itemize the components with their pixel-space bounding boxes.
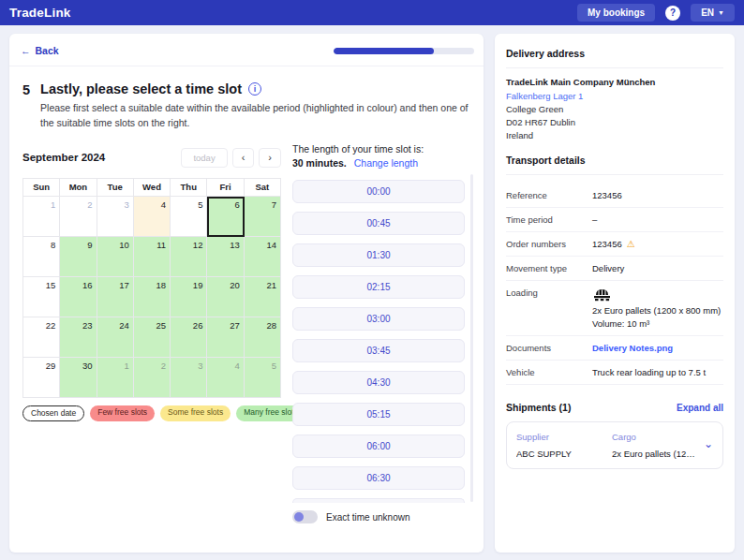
transport-row-value: Truck rear loading up to 7.5 t (592, 367, 706, 377)
help-icon[interactable]: ? (665, 6, 680, 21)
timeslot-button[interactable]: 00:45 (292, 212, 465, 235)
calendar-day[interactable]: 5 (171, 197, 207, 237)
delivery-address-title: Delivery address (506, 44, 723, 68)
shipment-supplier-header: Supplier (516, 432, 612, 442)
exact-time-label: Exact time unknown (326, 512, 410, 523)
calendar-day-number: 4 (161, 199, 166, 210)
legend-chip-some: Some free slots (160, 405, 231, 421)
transport-row: Time period– (506, 208, 723, 232)
transport-value-text: 123456 (592, 190, 622, 200)
calendar-day-number: 26 (193, 320, 203, 331)
calendar-day[interactable]: 19 (171, 277, 207, 317)
my-bookings-button[interactable]: My bookings (577, 4, 655, 22)
timeslot-list: 00:0000:4501:3002:1503:0003:4504:3005:15… (292, 180, 465, 503)
calendar-day-number: 8 (51, 240, 55, 250)
transport-row-value: Delivery Notes.png (592, 343, 673, 353)
transport-row-value: Delivery (592, 263, 624, 273)
calendar-day[interactable]: 8 (23, 237, 60, 277)
today-button[interactable]: today (181, 148, 227, 168)
timeslot-button[interactable]: 03:00 (292, 307, 465, 331)
calendar-day-number: 14 (266, 240, 276, 250)
calendar-day-number: 12 (193, 240, 203, 250)
calendar-weekday: Wed (134, 179, 171, 197)
calendar-day-number: 24 (119, 320, 129, 331)
calendar-weekday: Tue (97, 179, 134, 197)
calendar-day[interactable]: 28 (245, 317, 281, 358)
step-title: Lastly, please select a time slot (40, 81, 242, 96)
calendar-day[interactable]: 22 (23, 317, 60, 358)
slot-length-value: 30 minutes. (292, 157, 347, 169)
calendar-day: 1 (97, 358, 134, 398)
calendar-day-number: 25 (156, 320, 167, 331)
back-button[interactable]: ← Back (21, 45, 59, 56)
calendar-day-number: 1 (125, 361, 129, 371)
calendar-day[interactable]: 18 (134, 277, 171, 317)
calendar-day-number: 17 (119, 280, 129, 290)
step-description: Please first select a suitable date with… (40, 101, 471, 131)
calendar-day[interactable]: 21 (245, 277, 281, 317)
transport-row-value: 123456⚠ (592, 239, 635, 249)
calendar-day-number: 18 (156, 280, 167, 290)
calendar-day[interactable]: 13 (207, 237, 244, 277)
calendar-day[interactable]: 12 (171, 237, 207, 277)
calendar-day[interactable]: 20 (207, 277, 244, 317)
timeslot-button[interactable]: 04:30 (292, 371, 465, 394)
calendar-day[interactable]: 30 (60, 358, 97, 398)
calendar-day[interactable]: 9 (60, 237, 97, 277)
calendar-day[interactable]: 24 (97, 317, 134, 358)
calendar-day[interactable]: 14 (245, 237, 281, 277)
calendar-day-number: 27 (230, 320, 240, 331)
calendar-day[interactable]: 29 (23, 358, 60, 398)
timeslot-button[interactable]: 03:45 (292, 339, 465, 362)
calendar-day[interactable]: 16 (60, 277, 97, 317)
calendar-day[interactable]: 26 (171, 317, 207, 358)
language-selector[interactable]: EN ▼ (691, 4, 735, 22)
calendar-day[interactable]: 27 (207, 317, 244, 358)
exact-time-toggle[interactable] (292, 510, 318, 523)
expand-all-link[interactable]: Expand all (677, 403, 723, 413)
prev-month-button[interactable]: ‹ (232, 148, 255, 168)
timeslot-scrollbar[interactable] (470, 174, 473, 502)
calendar-day[interactable]: 6 (207, 197, 244, 237)
calendar-day[interactable]: 23 (60, 317, 97, 358)
calendar-day[interactable]: 25 (134, 317, 171, 358)
step-number: 5 (22, 81, 30, 131)
calendar-day[interactable]: 11 (134, 237, 171, 277)
info-icon[interactable]: i (248, 82, 261, 96)
calendar-day[interactable]: 17 (97, 277, 134, 317)
calendar-day[interactable]: 10 (97, 237, 134, 277)
calendar-day-number: 29 (46, 361, 56, 371)
calendar-day[interactable]: 7 (245, 197, 281, 237)
timeslot-button[interactable]: 05:15 (292, 403, 465, 426)
calendar-day: 5 (245, 358, 281, 398)
transport-row: VehicleTruck rear loading up to 7.5 t (506, 361, 723, 385)
timeslot-section: The length of your time slot is: 30 minu… (292, 142, 474, 524)
calendar-day-number: 28 (266, 320, 276, 331)
timeslot-button[interactable]: 01:30 (292, 243, 465, 267)
calendar-day-number: 20 (230, 280, 240, 290)
document-link[interactable]: Delivery Notes.png (592, 343, 673, 353)
transport-value-text: 123456 (592, 239, 622, 249)
change-length-link[interactable]: Change length (354, 157, 418, 169)
next-month-button[interactable]: › (259, 148, 281, 168)
calendar-day[interactable]: 15 (23, 277, 60, 317)
calendar-day-number: 21 (266, 280, 276, 290)
calendar-day-number: 3 (125, 199, 129, 210)
back-arrow-icon: ← (21, 45, 31, 56)
calendar-day[interactable]: 4 (134, 197, 171, 237)
timeslot-button[interactable]: 02:15 (292, 275, 465, 299)
shipment-card[interactable]: Supplier ABC SUPPLY Cargo 2x Euro pallet… (506, 421, 723, 469)
slot-length-intro: The length of your time slot is: (292, 143, 424, 155)
timeslot-button[interactable]: 06:00 (292, 435, 465, 458)
transport-value-text: – (592, 214, 597, 225)
timeslot-button[interactable]: 00:00 (292, 180, 465, 203)
transport-row: Order numbers123456⚠ (506, 232, 723, 257)
legend-chip-few: Few free slots (90, 405, 155, 421)
transport-row-label: Documents (506, 343, 592, 353)
delivery-location-link[interactable]: Falkenberg Lager 1 (506, 91, 723, 101)
calendar-day: 2 (60, 197, 97, 237)
timeslot-button[interactable]: 06:30 (292, 466, 465, 490)
timeslot-partial (292, 498, 465, 503)
chevron-down-icon[interactable]: ⌄ (704, 437, 713, 450)
transport-row-label: Reference (506, 190, 592, 200)
